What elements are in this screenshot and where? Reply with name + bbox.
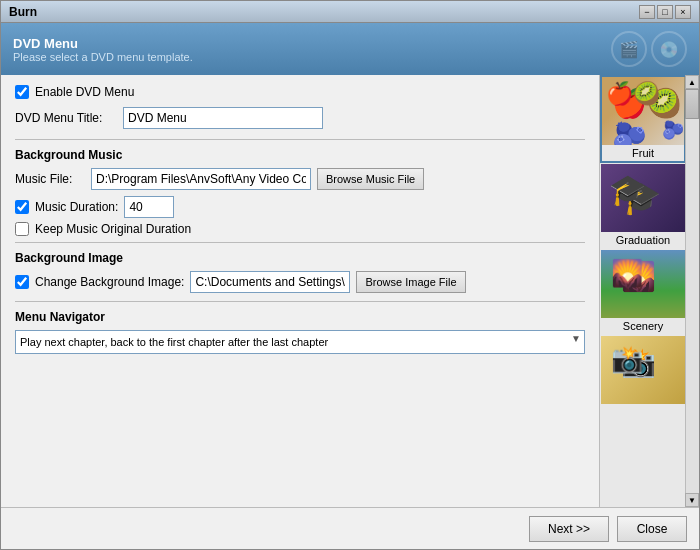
minimize-button[interactable]: −	[639, 5, 655, 19]
enable-dvd-menu-checkbox[interactable]	[15, 85, 29, 99]
music-file-row: Music File: Browse Music File	[15, 168, 585, 190]
music-file-label: Music File:	[15, 172, 85, 186]
title-bar: Burn − □ ×	[1, 1, 699, 23]
footer: Next >> Close	[1, 507, 699, 549]
maximize-button[interactable]: □	[657, 5, 673, 19]
menu-nav-label: Menu Navigator	[15, 310, 585, 324]
dvd-title-input[interactable]	[123, 107, 323, 129]
music-duration-label: Music Duration:	[35, 200, 118, 214]
window-controls: − □ ×	[639, 5, 691, 19]
template-list: 🍎🥝 🫐 Fruit 🎓 Graduation 🌄 Scenery	[600, 75, 686, 507]
template-name-graduation: Graduation	[601, 232, 685, 248]
change-bg-row: Change Background Image: Browse Image Fi…	[15, 271, 585, 293]
template-name-scenery: Scenery	[601, 318, 685, 334]
menu-navigator-select[interactable]: Play next chapter, back to the first cha…	[15, 330, 585, 354]
template-item-fruit[interactable]: 🍎🥝 🫐 Fruit	[600, 75, 686, 163]
grad-emoji: 🎓	[609, 172, 646, 207]
template-name-4	[601, 404, 685, 408]
header-subtitle: Please select a DVD menu template.	[13, 51, 193, 63]
bg-music-label: Background Music	[15, 148, 585, 162]
template-thumb-4: 📸	[601, 336, 686, 404]
header-title: DVD Menu	[13, 36, 193, 51]
header-text: DVD Menu Please select a DVD menu templa…	[13, 36, 193, 63]
fruit-emoji: 🍎🥝	[606, 81, 660, 107]
browse-image-button[interactable]: Browse Image File	[356, 271, 465, 293]
kids-emoji: 📸	[611, 344, 643, 375]
divider-1	[15, 139, 585, 140]
scroll-thumb[interactable]	[685, 89, 699, 119]
music-duration-checkbox[interactable]	[15, 200, 29, 214]
fruit-emoji2: 🫐	[662, 119, 684, 141]
divider-3	[15, 301, 585, 302]
window-title: Burn	[9, 5, 37, 19]
change-bg-checkbox[interactable]	[15, 275, 29, 289]
template-sidebar: 🍎🥝 🫐 Fruit 🎓 Graduation 🌄 Scenery	[599, 75, 699, 507]
scenery-emoji: 🌄	[611, 258, 643, 289]
nav-select-wrapper: Play next chapter, back to the first cha…	[15, 330, 585, 354]
keep-music-label: Keep Music Original Duration	[35, 222, 191, 236]
bg-image-label: Background Image	[15, 251, 585, 265]
header-bar: DVD Menu Please select a DVD menu templa…	[1, 23, 699, 75]
main-window: Burn − □ × DVD Menu Please select a DVD …	[0, 0, 700, 550]
browse-music-button[interactable]: Browse Music File	[317, 168, 424, 190]
content-area: Enable DVD Menu DVD Menu Title: Backgrou…	[1, 75, 699, 507]
sidebar-scrollbar: ▲ ▼	[685, 75, 699, 507]
keep-music-checkbox[interactable]	[15, 222, 29, 236]
enable-dvd-menu-label: Enable DVD Menu	[35, 85, 134, 99]
enable-dvd-menu-row: Enable DVD Menu	[15, 85, 585, 99]
template-thumb-scenery: 🌄	[601, 250, 686, 318]
scroll-down-button[interactable]: ▼	[685, 493, 699, 507]
template-item-4[interactable]: 📸	[600, 335, 686, 409]
main-panel: Enable DVD Menu DVD Menu Title: Backgrou…	[1, 75, 599, 507]
keep-music-row: Keep Music Original Duration	[15, 222, 585, 236]
change-bg-label: Change Background Image:	[35, 275, 184, 289]
background-music-section: Background Music Music File: Browse Musi…	[15, 148, 585, 236]
music-file-path-input[interactable]	[91, 168, 311, 190]
next-button[interactable]: Next >>	[529, 516, 609, 542]
header-decorative-icons: 🎬 💿	[611, 31, 687, 67]
divider-2	[15, 242, 585, 243]
background-image-section: Background Image Change Background Image…	[15, 251, 585, 293]
scroll-up-button[interactable]: ▲	[685, 75, 699, 89]
menu-navigator-section: Menu Navigator Play next chapter, back t…	[15, 310, 585, 354]
dvd-title-row: DVD Menu Title:	[15, 107, 585, 129]
template-name-fruit: Fruit	[602, 145, 684, 161]
film-icon: 🎬	[611, 31, 647, 67]
music-duration-row: Music Duration:	[15, 196, 585, 218]
template-thumb-fruit: 🍎🥝 🫐	[602, 77, 686, 145]
disc-icon: 💿	[651, 31, 687, 67]
template-item-graduation[interactable]: 🎓 Graduation	[600, 163, 686, 249]
music-duration-input[interactable]	[124, 196, 174, 218]
image-path-input[interactable]	[190, 271, 350, 293]
template-item-scenery[interactable]: 🌄 Scenery	[600, 249, 686, 335]
template-thumb-graduation: 🎓	[601, 164, 686, 232]
close-button[interactable]: Close	[617, 516, 687, 542]
dvd-title-label: DVD Menu Title:	[15, 111, 115, 125]
close-button[interactable]: ×	[675, 5, 691, 19]
